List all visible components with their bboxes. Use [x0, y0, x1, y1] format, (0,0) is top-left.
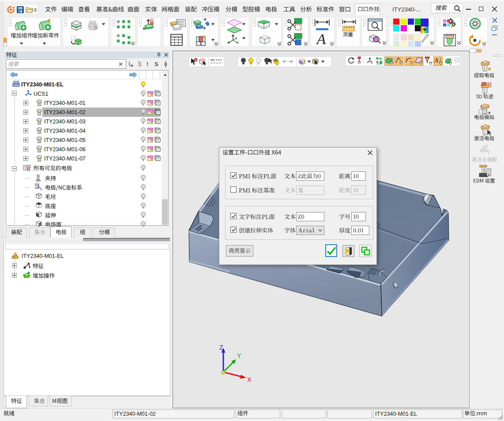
svg-text:Y: Y: [237, 352, 241, 359]
svg-text:X: X: [247, 376, 252, 383]
svg-text:Z: Z: [219, 344, 223, 351]
